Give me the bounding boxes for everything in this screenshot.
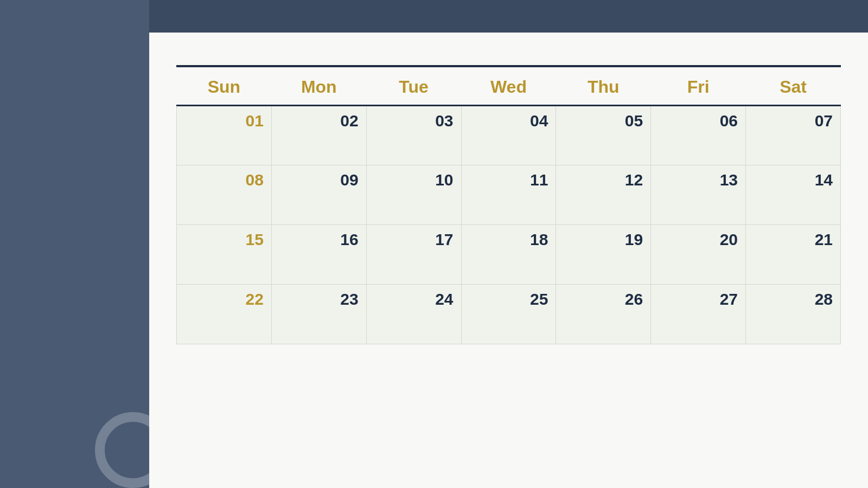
day-number: 14 [754, 171, 833, 189]
week-row-3: 15161718192021 [177, 225, 841, 285]
calendar-thead: SunMonTueWedThuFriSat [177, 67, 841, 106]
calendar-cell: 05 [556, 106, 651, 165]
day-number: 07 [754, 112, 833, 130]
calendar-cell: 06 [651, 106, 746, 165]
day-number: 24 [374, 290, 454, 309]
calendar-cell: 10 [366, 165, 461, 225]
day-of-week-mon: Mon [271, 67, 366, 106]
day-number: 20 [659, 230, 738, 249]
calendar-cell: 14 [746, 165, 841, 225]
top-bar [149, 0, 868, 33]
calendar-cell: 01 [177, 106, 272, 165]
week-row-4: 22232425262728 [177, 285, 841, 344]
calendar-cell: 11 [461, 165, 556, 225]
week-row-2: 08091011121314 [177, 165, 841, 225]
day-of-week-fri: Fri [651, 67, 746, 106]
calendar-cell: 25 [461, 285, 556, 344]
day-number: 19 [564, 230, 643, 249]
day-number: 23 [279, 290, 359, 309]
day-of-week-wed: Wed [461, 67, 556, 106]
calendar-cell: 07 [746, 106, 841, 165]
calendar-cell: 23 [271, 285, 366, 344]
day-number: 25 [469, 290, 548, 309]
day-number: 04 [469, 112, 548, 130]
calendar-cell: 16 [271, 225, 366, 285]
calendar-body: 0102030405060708091011121314151617181920… [177, 106, 841, 344]
day-number: 01 [184, 112, 264, 130]
calendar-cell: 27 [651, 285, 746, 344]
day-number: 11 [469, 171, 548, 189]
calendar-cell: 21 [746, 225, 841, 285]
day-number: 03 [374, 112, 454, 130]
day-number: 28 [754, 290, 833, 309]
calendar-cell: 04 [461, 106, 556, 165]
calendar-cell: 22 [177, 285, 272, 344]
calendar-cell: 24 [366, 285, 461, 344]
calendar-cell: 12 [556, 165, 651, 225]
days-of-week-row: SunMonTueWedThuFriSat [177, 67, 841, 106]
calendar-cell: 18 [461, 225, 556, 285]
day-number: 09 [279, 171, 359, 189]
day-number: 17 [374, 230, 454, 249]
day-number: 22 [184, 290, 264, 309]
day-number: 26 [564, 290, 643, 309]
day-number: 06 [659, 112, 738, 130]
day-number: 13 [659, 171, 738, 189]
day-number: 05 [564, 112, 643, 130]
calendar-cell: 03 [366, 106, 461, 165]
day-number: 18 [469, 230, 548, 249]
day-number: 21 [754, 230, 833, 249]
day-number: 12 [564, 171, 643, 189]
calendar-cell: 17 [366, 225, 461, 285]
day-number: 10 [374, 171, 454, 189]
day-number: 08 [184, 171, 264, 189]
day-number: 27 [659, 290, 738, 309]
calendar-cell: 20 [651, 225, 746, 285]
calendar-cell: 02 [271, 106, 366, 165]
day-number: 15 [184, 230, 264, 249]
day-number: 16 [279, 230, 359, 249]
calendar-cell: 15 [177, 225, 272, 285]
calendar-cell: 08 [177, 165, 272, 225]
day-of-week-sat: Sat [746, 67, 841, 106]
day-number: 02 [279, 112, 359, 130]
calendar-cell: 13 [651, 165, 746, 225]
calendar-cell: 09 [271, 165, 366, 225]
calendar-grid: SunMonTueWedThuFriSat 010203040506070809… [176, 67, 841, 344]
day-of-week-sun: Sun [177, 67, 272, 106]
calendar-card: SunMonTueWedThuFriSat 010203040506070809… [149, 33, 868, 488]
day-of-week-thu: Thu [556, 67, 651, 106]
calendar-cell: 28 [746, 285, 841, 344]
calendar-cell: 19 [556, 225, 651, 285]
day-of-week-tue: Tue [366, 67, 461, 106]
calendar-cell: 26 [556, 285, 651, 344]
week-row-1: 01020304050607 [177, 106, 841, 165]
